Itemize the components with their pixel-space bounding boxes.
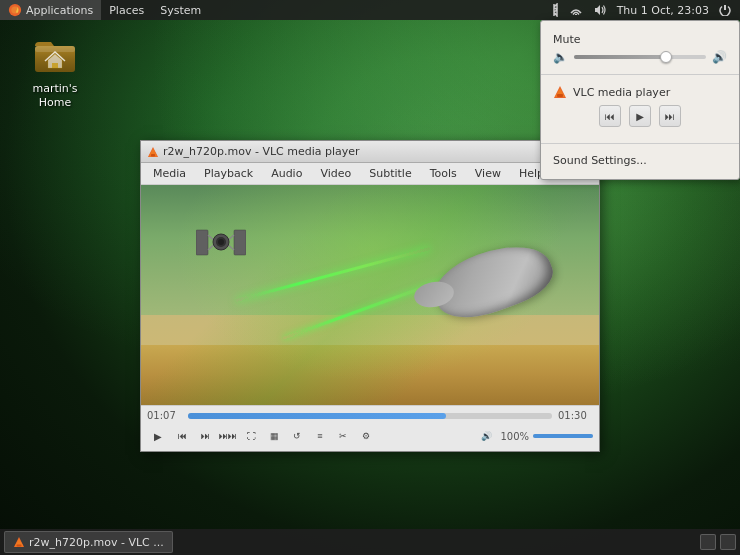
vlc-popup-controls: ⏮ ▶ ⏭ xyxy=(553,105,727,127)
taskbar-bottom: r2w_h720p.mov - VLC ... xyxy=(0,529,740,555)
firefox-icon xyxy=(8,3,22,17)
vlc-title-text: r2w_h720p.mov - VLC media player xyxy=(163,145,543,158)
desktop: Applications Places System xyxy=(0,0,740,555)
taskbar-end-button[interactable] xyxy=(720,534,736,550)
vol-speaker-icon: 🔊 xyxy=(476,426,496,446)
vlc-window: r2w_h720p.mov - VLC media player ─ □ ✕ M… xyxy=(140,140,600,452)
taskbar-right-end xyxy=(700,534,736,550)
vlc-prev-button[interactable]: ⏮ xyxy=(599,105,621,127)
power-tray[interactable] xyxy=(716,4,734,16)
taskbar-vlc-label: r2w_h720p.mov - VLC ... xyxy=(29,536,164,549)
volume-control-area: 🔊 100% xyxy=(476,426,593,446)
loop-button[interactable]: ↺ xyxy=(287,426,307,446)
mini-volume-fill xyxy=(533,434,593,438)
taskbar-vlc-item[interactable]: r2w_h720p.mov - VLC ... xyxy=(4,531,173,553)
vlc-video-area[interactable] xyxy=(141,185,599,405)
volume-slider-fill xyxy=(574,55,666,59)
volume-tray[interactable] xyxy=(590,4,610,16)
bluetooth-icon xyxy=(549,3,559,17)
system-menu[interactable]: System xyxy=(152,0,209,20)
volume-slider-row: 🔈 🔊 xyxy=(553,50,727,64)
mute-section: Mute 🔈 🔊 xyxy=(541,29,739,68)
show-desktop-button[interactable] xyxy=(700,534,716,550)
popup-divider-2 xyxy=(541,143,739,144)
folder-icon-image xyxy=(31,30,79,78)
extended-button[interactable]: ✂ xyxy=(333,426,353,446)
svg-rect-6 xyxy=(52,63,58,68)
scene-tie-fighter xyxy=(196,225,246,260)
mute-label: Mute xyxy=(553,33,727,46)
vlc-next-button[interactable]: ⏭ xyxy=(659,105,681,127)
playlist-button[interactable]: ≡ xyxy=(310,426,330,446)
time-total: 01:30 xyxy=(558,410,593,421)
taskbar-left-section: Applications Places System xyxy=(0,0,209,20)
vlc-app-row: VLC media player xyxy=(553,85,727,99)
folder-svg xyxy=(31,30,79,78)
popup-divider-1 xyxy=(541,74,739,75)
applications-label: Applications xyxy=(26,4,93,17)
vlc-app-label: VLC media player xyxy=(573,86,670,99)
network-tray[interactable] xyxy=(566,5,586,15)
datetime-label: Thu 1 Oct, 23:03 xyxy=(617,4,709,17)
svg-rect-13 xyxy=(196,230,208,255)
volume-icon xyxy=(593,4,607,16)
taskbar-top: Applications Places System xyxy=(0,0,740,20)
home-folder-label: martin's Home xyxy=(20,82,90,111)
volume-percentage: 100% xyxy=(500,431,529,442)
vlc-title-icon xyxy=(147,146,159,158)
svg-rect-9 xyxy=(557,94,563,97)
vlc-menu-subtitle[interactable]: Subtitle xyxy=(361,165,419,182)
power-icon xyxy=(719,4,731,16)
sound-settings-link[interactable]: Sound Settings... xyxy=(541,150,739,171)
progress-bar[interactable] xyxy=(188,413,552,419)
vlc-menubar: Media Playback Audio Video Subtitle Tool… xyxy=(141,163,599,185)
places-label: Places xyxy=(109,4,144,17)
applications-menu[interactable]: Applications xyxy=(0,0,101,20)
home-folder-icon[interactable]: martin's Home xyxy=(20,30,90,111)
volume-popup: Mute 🔈 🔊 VLC media player xyxy=(540,20,740,180)
vlc-controls-bar: 01:07 01:30 ▶ ⏮ ⏭ ⏭⏭ ⛶ ▦ ↺ ≡ ✂ ⚙ 🔊 xyxy=(141,405,599,451)
vlc-menu-video[interactable]: Video xyxy=(312,165,359,182)
progress-row: 01:07 01:30 xyxy=(147,410,593,421)
vlc-menu-playback[interactable]: Playback xyxy=(196,165,261,182)
time-current: 01:07 xyxy=(147,410,182,421)
svg-rect-14 xyxy=(234,230,246,255)
progress-bar-fill xyxy=(188,413,446,419)
svg-point-2 xyxy=(574,14,576,15)
vlc-menu-tools[interactable]: Tools xyxy=(422,165,465,182)
prev-chapter-button[interactable]: ⏭⏭ xyxy=(218,426,238,446)
places-menu[interactable]: Places xyxy=(101,0,152,20)
vol-high-icon: 🔊 xyxy=(712,50,727,64)
volume-slider[interactable] xyxy=(574,55,706,59)
system-label: System xyxy=(160,4,201,17)
play-pause-button[interactable]: ▶ xyxy=(147,425,169,447)
vol-low-icon: 🔈 xyxy=(553,50,568,64)
vlc-section: VLC media player ⏮ ▶ ⏭ xyxy=(541,81,739,137)
mini-volume-slider[interactable] xyxy=(533,434,593,438)
vlc-play-button[interactable]: ▶ xyxy=(629,105,651,127)
controls-row: ▶ ⏮ ⏭ ⏭⏭ ⛶ ▦ ↺ ≡ ✂ ⚙ 🔊 100% xyxy=(147,425,593,447)
vlc-menu-media[interactable]: Media xyxy=(145,165,194,182)
vlc-taskbar-icon xyxy=(13,536,25,548)
svg-rect-12 xyxy=(151,154,155,157)
vlc-menu-view[interactable]: View xyxy=(467,165,509,182)
svg-rect-24 xyxy=(17,545,22,547)
vlc-menu-audio[interactable]: Audio xyxy=(263,165,310,182)
fullscreen-button[interactable]: ⛶ xyxy=(241,426,261,446)
sound-settings-label: Sound Settings... xyxy=(553,154,647,167)
volume-slider-thumb xyxy=(660,51,672,63)
stop-button[interactable]: ⏮ xyxy=(172,426,192,446)
datetime-display[interactable]: Thu 1 Oct, 23:03 xyxy=(614,4,712,17)
frame-back-button[interactable]: ⏭ xyxy=(195,426,215,446)
aspect-button[interactable]: ▦ xyxy=(264,426,284,446)
vlc-titlebar: r2w_h720p.mov - VLC media player ─ □ ✕ xyxy=(141,141,599,163)
bluetooth-tray[interactable] xyxy=(546,3,562,17)
taskbar-right-section: Thu 1 Oct, 23:03 xyxy=(546,3,740,17)
vlc-popup-icon xyxy=(553,85,567,99)
svg-point-21 xyxy=(218,239,224,245)
network-icon xyxy=(569,5,583,15)
effects-button[interactable]: ⚙ xyxy=(356,426,376,446)
